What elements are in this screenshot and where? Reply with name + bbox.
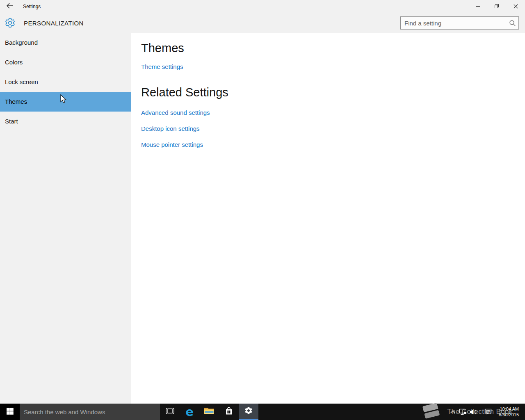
start-button[interactable] <box>0 404 20 420</box>
theme-settings-link[interactable]: Theme settings <box>141 63 183 70</box>
sidebar-item-background[interactable]: Background <box>0 33 131 52</box>
sidebar-item-lock-screen[interactable]: Lock screen <box>0 72 131 92</box>
find-setting-search-box[interactable] <box>400 16 519 30</box>
windows-logo-icon <box>7 408 14 416</box>
find-setting-input[interactable] <box>401 17 518 29</box>
app-body: Background Colors Lock screen Themes Sta… <box>0 33 525 404</box>
sidebar-item-start[interactable]: Start <box>0 112 131 131</box>
personalization-gear-icon <box>5 17 16 28</box>
restore-button[interactable] <box>487 0 506 13</box>
edge-button[interactable]: e <box>180 404 199 420</box>
sidebar: Background Colors Lock screen Themes Sta… <box>0 33 131 404</box>
file-explorer-icon <box>204 407 215 417</box>
settings-window-chrome: Settings <box>0 0 525 33</box>
task-view-button[interactable] <box>160 404 180 420</box>
taskbar: e <box>0 404 525 420</box>
screen: Settings <box>0 0 525 420</box>
restore-icon <box>494 3 499 10</box>
store-icon <box>224 406 233 417</box>
close-button[interactable] <box>506 0 525 13</box>
window-controls <box>468 0 525 13</box>
main-content: Themes Theme settings Related Settings A… <box>131 33 525 404</box>
window-title: Settings <box>23 4 41 9</box>
search-icon <box>509 20 516 28</box>
close-icon <box>514 3 518 10</box>
tray-action-center-icon[interactable] <box>485 404 492 420</box>
file-explorer-button[interactable] <box>199 404 219 420</box>
related-links: Advanced sound settings Desktop icon set… <box>141 109 525 148</box>
taskbar-search-input[interactable] <box>20 409 160 415</box>
desktop-icon-settings-link[interactable]: Desktop icon settings <box>141 125 200 132</box>
settings-gear-icon <box>244 406 253 417</box>
minimize-icon <box>476 3 480 10</box>
taskbar-clock[interactable]: 10:04 AM 8/30/2015 <box>499 406 519 418</box>
minimize-button[interactable] <box>468 0 487 13</box>
back-arrow-icon <box>6 2 14 11</box>
advanced-sound-settings-link[interactable]: Advanced sound settings <box>141 109 210 116</box>
task-view-icon <box>166 408 174 416</box>
tray-volume-icon[interactable] <box>470 404 477 420</box>
settings-taskbar-button[interactable] <box>239 404 258 420</box>
mouse-pointer-settings-link[interactable]: Mouse pointer settings <box>141 141 203 148</box>
store-button[interactable] <box>219 404 239 420</box>
tray-chevron-up-icon[interactable] <box>450 404 455 420</box>
mouse-cursor <box>60 94 67 105</box>
taskbar-search-box[interactable] <box>20 404 160 420</box>
themes-section-title: Themes <box>141 41 525 55</box>
clock-time: 10:04 AM <box>499 406 519 412</box>
book-icon <box>419 401 443 420</box>
clock-date: 8/30/2015 <box>499 412 519 418</box>
related-settings-title: Related Settings <box>141 86 525 99</box>
page-title: PERSONALIZATION <box>24 20 84 27</box>
sidebar-item-colors[interactable]: Colors <box>0 52 131 72</box>
tray-network-icon[interactable] <box>459 404 467 420</box>
edge-icon: e <box>185 404 194 419</box>
back-button[interactable] <box>4 2 16 11</box>
